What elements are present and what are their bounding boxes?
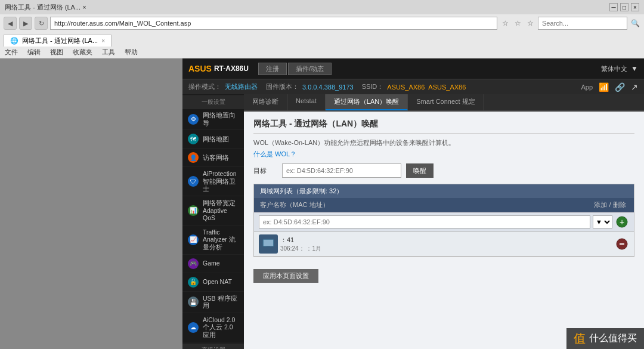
network-setup-icon: ⚙ bbox=[187, 113, 199, 125]
mac-input-row: ▼ + bbox=[254, 212, 634, 232]
guest-icon: 👤 bbox=[187, 152, 199, 163]
wol-question-link[interactable]: 什么是 WOL？ bbox=[253, 150, 296, 157]
sidebar-item-setup-wizard[interactable]: ⚙ 网络地置向导 bbox=[182, 109, 244, 130]
device-name: ：41 bbox=[280, 236, 612, 245]
computer-icon bbox=[262, 237, 275, 251]
close-window-button[interactable]: × bbox=[631, 3, 639, 11]
sidebar: 一般设置 ⚙ 网络地置向导 🗺 网络地图 👤 bbox=[182, 94, 244, 349]
qos-icon: 📊 bbox=[187, 205, 199, 217]
ssid-label: SSID： bbox=[362, 82, 384, 91]
close-tab-button[interactable]: × bbox=[101, 38, 105, 44]
sidebar-section-general: 一般设置 bbox=[182, 95, 244, 109]
svg-rect-5 bbox=[264, 240, 273, 246]
menu-tools[interactable]: 工具 bbox=[102, 48, 115, 57]
navigation-bar: ◀ ▶ ↻ ☆ ☆ ☆ 🔍 bbox=[0, 14, 644, 32]
sidebar-item-aicloud[interactable]: ☁ AiCloud 2.0 个人云 2.0 应用 bbox=[182, 313, 244, 342]
nav-tabs: 网络诊断 Netstat 通过网络（LAN）唤醒 Smart Connect 规… bbox=[244, 94, 644, 112]
menu-favorites[interactable]: 收藏夹 bbox=[73, 48, 92, 57]
tab-bar: 🌐 网络工具 - 通过网络 (LA... × bbox=[0, 32, 644, 47]
map-icon: 🗺 bbox=[187, 133, 199, 145]
tab-wol[interactable]: 通过网络（LAN）唤醒 bbox=[326, 94, 408, 110]
sidebar-item-aiprotection[interactable]: 🛡 AiProtection 智能网络卫士 bbox=[182, 167, 244, 196]
sidebar-label-setup: 网络地置向导 bbox=[203, 112, 239, 126]
usb-icon: 💾 bbox=[187, 296, 199, 308]
status-mode-label: 操作模式： bbox=[188, 82, 221, 91]
maximize-button[interactable]: □ bbox=[620, 3, 628, 11]
add-icon: + bbox=[616, 216, 628, 228]
menu-view[interactable]: 视图 bbox=[50, 48, 63, 57]
list-header: 局域网列表（最多限制: 32） bbox=[254, 184, 634, 198]
wol-content: 网络工具 - 通过网络（LAN）唤醒 WOL（Wake-On-LAN）功能允许您… bbox=[244, 112, 644, 349]
mac-address-input[interactable] bbox=[259, 215, 590, 228]
sidebar-item-guest-network[interactable]: 👤 访客网络 bbox=[182, 149, 244, 167]
sidebar-item-qos[interactable]: 📊 网络带宽定 Adaptive QoS bbox=[182, 196, 244, 226]
header-icons: App 📶 🔗 ↗ bbox=[581, 82, 638, 92]
minimize-button[interactable]: ─ bbox=[609, 3, 618, 11]
target-input[interactable] bbox=[282, 163, 401, 178]
target-row: 目标 唤醒 bbox=[253, 163, 634, 178]
plugins-tab[interactable]: 插件/动态 bbox=[288, 63, 332, 75]
title-bar: 网络工具 - 通过网络 (LA... × ─ □ × bbox=[0, 0, 644, 14]
status-bar: 操作模式： 无线路由器 固件版本： 3.0.0.4.388_9173 SSID：… bbox=[182, 79, 644, 94]
col-mac-header: 客户名称（MAC 地址） bbox=[260, 200, 592, 209]
sidebar-item-opennat[interactable]: 🔓 Open NAT bbox=[182, 273, 244, 292]
back-button[interactable]: ◀ bbox=[4, 17, 17, 30]
status-mode-value[interactable]: 无线路由器 bbox=[225, 82, 258, 91]
sidebar-label-opennat: Open NAT bbox=[203, 278, 232, 286]
sidebar-label-game: Game bbox=[203, 260, 220, 267]
watermark-text: 什么值得买 bbox=[589, 332, 637, 345]
forward-button[interactable]: ▶ bbox=[19, 17, 32, 30]
tab-smartconnect[interactable]: Smart Connect 规定 bbox=[408, 94, 484, 110]
aicloud-icon: ☁ bbox=[187, 322, 199, 333]
search-input[interactable] bbox=[538, 17, 627, 30]
add-device-button[interactable]: + bbox=[615, 215, 629, 229]
menu-bar: 文件 编辑 视图 收藏夹 工具 帮助 bbox=[0, 47, 644, 58]
tab-netstat[interactable]: Netstat bbox=[287, 94, 326, 110]
game-icon: 🎮 bbox=[187, 258, 199, 270]
svg-rect-7 bbox=[620, 243, 624, 245]
sidebar-section-advanced: 高级设置 bbox=[182, 344, 244, 350]
device-mac: 306:24： ：1月 bbox=[280, 245, 612, 253]
network-status-icon: 🔗 bbox=[615, 82, 625, 92]
menu-help[interactable]: 帮助 bbox=[125, 48, 138, 57]
sidebar-label-map: 网络地图 bbox=[203, 135, 229, 143]
dropdown-icon[interactable]: ▼ bbox=[631, 64, 638, 73]
app-label: App bbox=[581, 84, 593, 91]
aiprotection-icon: 🛡 bbox=[187, 175, 199, 187]
window-controls[interactable]: ─ □ × bbox=[609, 3, 639, 11]
sidebar-item-traffic[interactable]: 📈 Traffic Analyzer 流量分析 bbox=[182, 226, 244, 255]
search-icon[interactable]: 🔍 bbox=[630, 18, 640, 29]
wake-button[interactable]: 唤醒 bbox=[406, 163, 434, 178]
tab-diagnostics[interactable]: 网络诊断 bbox=[244, 94, 287, 110]
traffic-icon: 📈 bbox=[187, 234, 199, 246]
sidebar-item-game[interactable]: 🎮 Game bbox=[182, 255, 244, 273]
logo-asus: ASUS bbox=[188, 64, 212, 73]
language-label: 繁体中文 bbox=[601, 64, 627, 73]
address-input[interactable] bbox=[50, 17, 497, 30]
svg-text:+: + bbox=[620, 217, 624, 227]
sidebar-label-qos: 网络带宽定 Adaptive QoS bbox=[203, 199, 239, 222]
svg-rect-4 bbox=[265, 248, 271, 248]
page-title: 网络工具 - 通过网络（LAN）唤醒 bbox=[253, 119, 634, 134]
refresh-button[interactable]: ↻ bbox=[35, 17, 48, 30]
device-list-section: 局域网列表（最多限制: 32） 客户名称（MAC 地址） 添加 / 删除 ▼ bbox=[253, 184, 634, 257]
wol-description: WOL（Wake-On-LAN）功能允许您远程网络中的设备来唤醒计算机。 bbox=[253, 138, 634, 147]
register-tab[interactable]: 注册 bbox=[258, 63, 287, 75]
menu-file[interactable]: 文件 bbox=[5, 48, 18, 57]
sidebar-item-usb[interactable]: 💾 USB 程序应用 bbox=[182, 292, 244, 313]
menu-edit[interactable]: 编辑 bbox=[27, 48, 41, 57]
share-icon: ↗ bbox=[631, 82, 638, 92]
browser-tab[interactable]: 🌐 网络工具 - 通过网络 (LA... × bbox=[4, 35, 112, 47]
apply-button[interactable]: 应用本页面设置 bbox=[253, 269, 318, 283]
sidebar-item-network-map[interactable]: 🗺 网络地图 bbox=[182, 130, 244, 149]
router-logo: ASUS RT-AX86U bbox=[188, 64, 249, 73]
mac-dropdown[interactable]: ▼ bbox=[593, 215, 612, 228]
wifi-status-icon: 📶 bbox=[599, 82, 609, 92]
window-title: 网络工具 - 通过网络 (LA... × bbox=[5, 3, 86, 12]
remove-device-button[interactable] bbox=[615, 237, 629, 251]
watermark: 值 什么值得买 bbox=[566, 328, 644, 349]
col-action-header: 添加 / 删除 bbox=[592, 200, 628, 209]
star-icon2[interactable]: ☆ bbox=[512, 18, 523, 29]
star-icon3[interactable]: ☆ bbox=[525, 18, 535, 29]
star-icon[interactable]: ☆ bbox=[500, 18, 510, 29]
